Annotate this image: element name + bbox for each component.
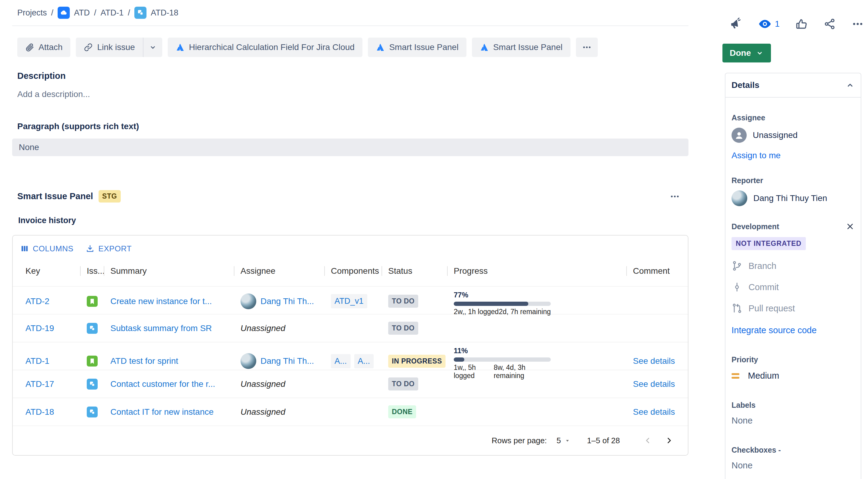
labels-field: Labels None: [732, 401, 855, 426]
eye-icon: [758, 17, 772, 31]
component-chip[interactable]: A...: [354, 354, 374, 369]
status-done-button[interactable]: Done: [722, 44, 771, 62]
status-badge: TO DO: [388, 322, 418, 335]
pull-request-item[interactable]: Pull request: [732, 303, 855, 314]
grid-toolbar: COLUMNS EXPORT: [13, 235, 688, 256]
link-issue-dropdown[interactable]: [143, 38, 162, 57]
assignee-link[interactable]: Dang Thi Th...: [260, 356, 314, 366]
assignee-field: Assignee Unassigned Assign to me: [732, 114, 855, 160]
column-header[interactable]: Progress: [447, 256, 626, 286]
issue-key-link[interactable]: ATD-18: [26, 407, 54, 417]
paragraph-field-value[interactable]: None: [12, 138, 688, 156]
table-row: ATD-19 Subtask summary from SR Unassigne…: [13, 314, 688, 342]
app-button-smart-issue-panel-1[interactable]: Smart Issue Panel: [368, 38, 466, 57]
watch-button[interactable]: 1: [758, 17, 780, 31]
progress-cell: 77% 2w,, 1h logged 2d, 7h remaining: [447, 286, 626, 316]
issue-toolbar: Attach Link issue Hierarchical Calculati…: [17, 38, 688, 57]
details-panel-header[interactable]: Details: [725, 73, 861, 97]
breadcrumb-current-issue[interactable]: ATD-18: [151, 8, 178, 18]
subtask-type-icon: [87, 323, 98, 334]
breadcrumb-project[interactable]: ATD: [74, 8, 90, 18]
story-type-icon: [87, 356, 98, 366]
smart-panel-title: Smart Issue Panel: [17, 191, 93, 201]
issue-key-link[interactable]: ATD-19: [26, 323, 54, 333]
smart-panel-more-button[interactable]: [670, 191, 680, 201]
sidebar-more-icon[interactable]: [851, 18, 864, 30]
checkboxes-label: Checkboxes -: [732, 446, 855, 454]
export-button[interactable]: EXPORT: [86, 244, 132, 253]
subtask-type-icon: [87, 407, 98, 417]
column-header[interactable]: Status: [381, 256, 447, 286]
details-panel: Details Assignee Unassigned Assign to me: [725, 73, 861, 479]
app-button-hierarchical-calculation[interactable]: Hierarchical Calculation Field For Jira …: [168, 38, 363, 57]
vote-thumbs-up-icon[interactable]: [795, 18, 808, 30]
feedback-megaphone-icon[interactable]: [730, 18, 742, 30]
commit-icon: [732, 282, 742, 292]
branch-item[interactable]: Branch: [732, 260, 855, 272]
rows-per-page-select[interactable]: 5: [557, 436, 570, 445]
issue-summary-link[interactable]: Subtask summary from SR: [111, 323, 212, 333]
breadcrumb: Projects / ATD / ATD-1 / ATD-18: [17, 7, 688, 19]
details-title: Details: [732, 80, 760, 90]
time-logged: 1w,, 5h logged: [454, 363, 494, 380]
assignee-link[interactable]: Dang Thi Th...: [260, 296, 314, 306]
progress-percent: 77%: [454, 291, 626, 299]
assignee-unassigned: Unassigned: [241, 407, 285, 417]
see-details-link[interactable]: See details: [633, 356, 675, 366]
see-details-link[interactable]: See details: [633, 407, 675, 417]
issue-summary-link[interactable]: ATD test for sprint: [111, 356, 178, 366]
link-issue-button[interactable]: Link issue: [76, 38, 143, 57]
issue-key-link[interactable]: ATD-17: [26, 379, 54, 389]
link-icon: [84, 43, 93, 52]
issue-sidebar: 1 Done Details Assignee: [722, 0, 864, 479]
assign-to-me-link[interactable]: Assign to me: [732, 151, 781, 160]
see-details-link[interactable]: See details: [633, 379, 675, 389]
columns-button[interactable]: COLUMNS: [20, 244, 73, 253]
share-icon[interactable]: [824, 18, 836, 30]
column-header[interactable]: Key: [13, 256, 80, 286]
assignee-value[interactable]: Unassigned: [753, 130, 798, 140]
column-header[interactable]: Summary: [104, 256, 234, 286]
priority-value[interactable]: Medium: [748, 371, 779, 381]
table-row: ATD-1 ATD test for sprint Dang Thi Th...…: [13, 342, 688, 370]
header-divider: [12, 26, 688, 26]
subtask-type-icon: [87, 379, 98, 389]
breadcrumb-projects[interactable]: Projects: [17, 8, 47, 18]
component-chip[interactable]: A...: [331, 354, 350, 369]
paperclip-icon: [25, 43, 34, 52]
column-header[interactable]: Comment: [626, 256, 688, 286]
commit-item[interactable]: Commit: [732, 282, 855, 292]
breadcrumb-parent-issue[interactable]: ATD-1: [101, 8, 124, 18]
breadcrumb-separator: /: [94, 8, 96, 18]
story-type-icon: [87, 296, 98, 307]
attach-button[interactable]: Attach: [17, 38, 70, 57]
previous-page-button[interactable]: [639, 432, 656, 449]
column-header[interactable]: Assignee: [234, 256, 324, 286]
columns-icon: [20, 244, 29, 253]
issue-summary-link[interactable]: Contact IT for new instance: [111, 407, 214, 417]
issue-key-link[interactable]: ATD-1: [26, 356, 50, 366]
next-page-button[interactable]: [660, 432, 678, 449]
app-button-smart-issue-panel-2[interactable]: Smart Issue Panel: [472, 38, 570, 57]
column-header[interactable]: Components: [324, 256, 381, 286]
pagination-bar: Rows per page: 5 1–5 of 28: [13, 426, 688, 455]
atlassian-logo-icon: [176, 43, 185, 52]
integrate-source-code-link[interactable]: Integrate source code: [732, 325, 817, 335]
close-icon[interactable]: [845, 222, 855, 231]
status-badge: TO DO: [388, 295, 418, 308]
issue-summary-link[interactable]: Create new instance for t...: [111, 296, 212, 306]
labels-value[interactable]: None: [732, 416, 855, 426]
main-column: Projects / ATD / ATD-1 / ATD-18 Attach: [12, 0, 688, 456]
issue-key-link[interactable]: ATD-2: [26, 296, 50, 306]
development-label: Development: [732, 222, 779, 231]
checkboxes-value[interactable]: None: [732, 460, 855, 471]
toolbar-more-button[interactable]: [576, 38, 598, 57]
column-header[interactable]: Iss...: [80, 256, 104, 286]
reporter-value[interactable]: Dang Thi Thuy Tien: [753, 193, 827, 203]
issue-summary-link[interactable]: Contact customer for the r...: [111, 379, 215, 389]
description-placeholder[interactable]: Add a description...: [17, 90, 688, 99]
component-chip[interactable]: ATD_v1: [331, 294, 367, 308]
assignee-unassigned: Unassigned: [241, 323, 285, 333]
priority-medium-icon: [732, 373, 739, 379]
download-icon: [86, 244, 95, 253]
